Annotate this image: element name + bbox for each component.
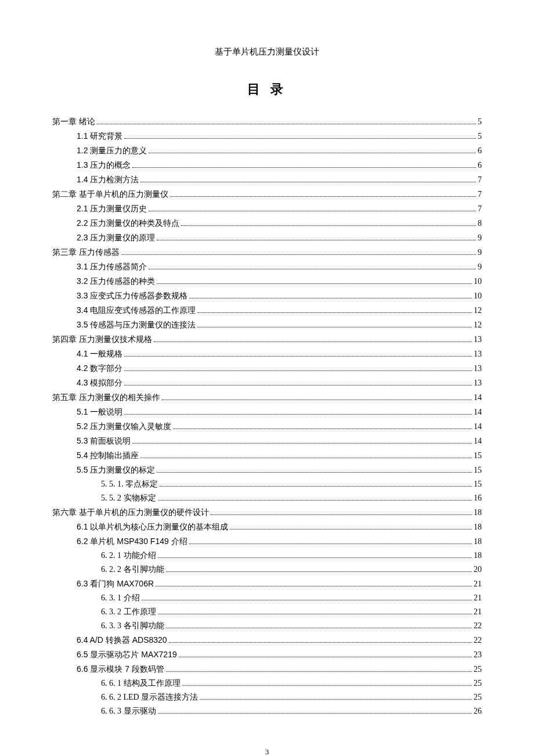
toc-entry-label: 第二章 基于单片机的压力测量仪	[52, 187, 168, 201]
toc-entry-leader-dots	[189, 298, 472, 298]
toc-entry-label: 第三章 压力传感器	[52, 245, 120, 259]
toc-entry-page: 15	[474, 449, 482, 463]
toc-entry-label: 6. 3. 1 介绍	[101, 591, 140, 605]
toc-entry-leader-dots	[158, 713, 472, 714]
toc-entry: 6.5 显示驱动芯片 MAX721923	[52, 647, 482, 662]
toc-entry-leader-dots	[197, 327, 472, 327]
toc-entry: 5.2 压力测量仪输入灵敏度14	[52, 419, 482, 434]
toc-entry-page: 8	[478, 217, 482, 231]
toc-entry: 5. 5. 1. 零点标定15	[52, 477, 482, 491]
toc-entry: 第六章 基于单片机的压力测量仪的硬件设计18	[52, 505, 482, 520]
toc-entry-label: 6.1 以单片机为核心压力测量仪的基本组成	[77, 520, 228, 534]
toc-entry: 4.1 一般规格13	[52, 347, 482, 361]
toc-entry-leader-dots	[158, 557, 472, 558]
toc-entry-leader-dots	[124, 370, 472, 371]
toc-entry-label: 6. 6. 2 LED 显示器连接方法	[101, 690, 198, 704]
toc-entry: 6. 6. 1 结构及工作原理25	[52, 676, 482, 690]
toc-entry-page: 7	[478, 173, 482, 187]
toc-entry: 6. 2. 1 功能介绍18	[52, 549, 482, 563]
toc-entry: 6.6 显示模块 7 段数码管25	[52, 662, 482, 676]
toc-entry-label: 4.3 模拟部分	[77, 376, 122, 390]
toc-entry-page: 14	[474, 391, 482, 405]
toc-entry-leader-dots	[132, 167, 476, 168]
toc-entry-leader-dots	[149, 269, 476, 269]
toc-entry-page: 7	[478, 202, 482, 216]
toc-entry-leader-dots	[154, 341, 472, 342]
toc-entry-page: 22	[474, 619, 482, 633]
toc-entry-page: 14	[474, 434, 482, 448]
toc-entry: 3.1 压力传感器简介9	[52, 260, 482, 274]
toc-entry-leader-dots	[181, 225, 476, 226]
toc-entry-page: 13	[474, 376, 482, 390]
toc-entry-page: 26	[474, 704, 482, 718]
toc-entry-leader-dots	[230, 529, 472, 530]
toc-entry-page: 10	[474, 289, 482, 303]
toc-entry-label: 6. 6. 1 结构及工作原理	[101, 676, 181, 690]
toc-entry: 1.4 压力检测方法7	[52, 172, 482, 187]
toc-entry-page: 9	[478, 231, 482, 245]
toc-entry-leader-dots	[140, 458, 472, 458]
toc-entry-leader-dots	[158, 500, 472, 501]
toc-entry-label: 5. 5. 2 实物标定	[101, 491, 156, 505]
toc-entry-label: 第六章 基于单片机的压力测量仪的硬件设计	[52, 505, 209, 519]
footer-page-number: 3	[52, 747, 482, 756]
toc-entry-leader-dots	[166, 628, 472, 628]
toc-entry-leader-dots	[211, 514, 472, 515]
toc-entry-leader-dots	[179, 657, 472, 657]
toc-entry: 3.2 压力传感器的种类10	[52, 274, 482, 289]
toc-entry: 2.1 压力测量仪历史7	[52, 201, 482, 216]
toc-entry-label: 3.2 压力传感器的种类	[77, 274, 155, 288]
toc-entry: 第四章 压力测量仪技术规格13	[52, 332, 482, 347]
toc-entry: 6. 6. 3 显示驱动26	[52, 704, 482, 718]
toc-entry-leader-dots	[132, 443, 472, 444]
toc-entry-label: 6.2 单片机 MSP430 F149 介绍	[77, 534, 187, 548]
toc-entry-leader-dots	[97, 124, 476, 124]
toc-entry-page: 5	[478, 129, 482, 143]
toc-entry-page: 16	[474, 491, 482, 505]
toc-entry-leader-dots	[157, 472, 472, 473]
toc-entry-label: 6. 6. 3 显示驱动	[101, 704, 156, 718]
toc-entry-page: 7	[478, 188, 482, 201]
toc-entry-page: 22	[474, 633, 482, 647]
toc-entry: 1.2 测量压力的意义6	[52, 143, 482, 158]
toc-entry-page: 12	[474, 318, 482, 332]
toc-entry-label: 3.1 压力传感器简介	[77, 260, 147, 273]
toc-entry-label: 5.4 控制输出插座	[77, 448, 139, 462]
toc-entry-label: 5.2 压力测量仪输入灵敏度	[77, 419, 171, 433]
toc-entry-leader-dots	[142, 600, 472, 600]
toc-entry-page: 18	[474, 520, 482, 534]
toc-entry: 6.1 以单片机为核心压力测量仪的基本组成18	[52, 520, 482, 534]
toc-entry-page: 18	[474, 506, 482, 520]
toc-entry-leader-dots	[197, 312, 472, 313]
toc-entry-label: 第四章 压力测量仪技术规格	[52, 332, 152, 346]
toc-entry-leader-dots	[156, 586, 472, 586]
toc-entry: 6.3 看门狗 MAX706R21	[52, 577, 482, 591]
toc-entry-page: 18	[474, 549, 482, 563]
toc-entry: 4.2 数字部分13	[52, 361, 482, 376]
toc-entry: 2.3 压力测量仪的原理9	[52, 231, 482, 245]
toc-entry-leader-dots	[170, 196, 476, 197]
toc-entry-label: 1.2 测量压力的意义	[77, 143, 147, 157]
toc-entry-label: 5.5 压力测量仪的标定	[77, 463, 155, 477]
toc-entry-leader-dots	[166, 571, 472, 572]
toc-entry-label: 6.6 显示模块 7 段数码管	[77, 662, 164, 676]
toc-entry-label: 2.2 压力测量仪的种类及特点	[77, 216, 179, 230]
toc-entry: 6.2 单片机 MSP430 F149 介绍18	[52, 534, 482, 549]
toc-entry: 3.4 电阻应变式传感器的工作原理12	[52, 303, 482, 318]
toc-entry: 2.2 压力测量仪的种类及特点8	[52, 216, 482, 231]
toc-entry-leader-dots	[166, 671, 472, 672]
toc-entry-leader-dots	[124, 385, 472, 386]
toc-entry: 6. 3. 1 介绍21	[52, 591, 482, 605]
toc-entry-leader-dots	[200, 699, 472, 700]
toc-entry-page: 9	[478, 260, 482, 274]
toc-entry: 5.4 控制输出插座15	[52, 448, 482, 463]
toc-entry-label: 2.3 压力测量仪的原理	[77, 231, 155, 244]
toc-entry: 第五章 压力测量仪的相关操作14	[52, 390, 482, 405]
toc-entry-page: 14	[474, 420, 482, 434]
toc-entry-label: 3.5 传感器与压力测量仪的连接法	[77, 318, 196, 332]
toc-entry-page: 21	[474, 577, 482, 591]
toc-entry-leader-dots	[162, 399, 472, 400]
toc-entry-label: 第五章 压力测量仪的相关操作	[52, 390, 160, 404]
toc-entry: 6. 3. 2 工作原理21	[52, 605, 482, 619]
toc-entry-page: 13	[474, 333, 482, 347]
